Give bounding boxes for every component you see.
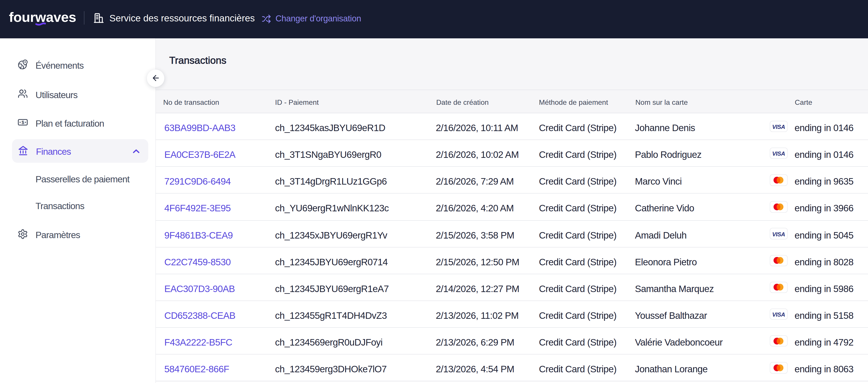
svg-text:$: $ [22,120,24,125]
